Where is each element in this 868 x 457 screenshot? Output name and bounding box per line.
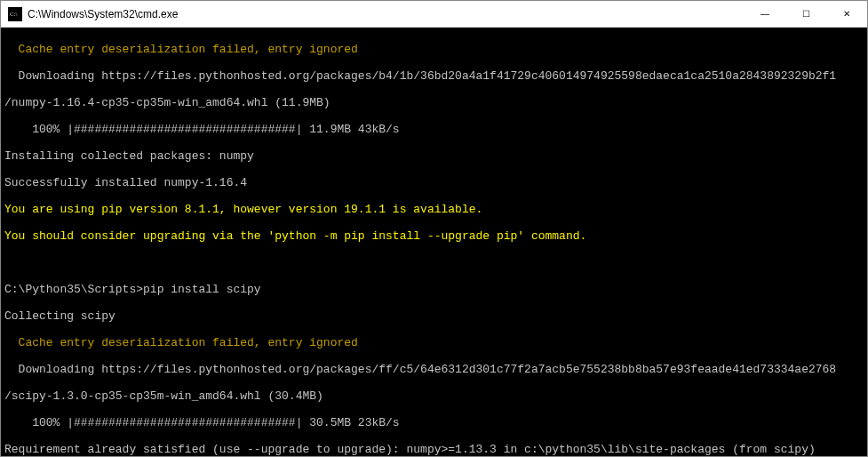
output-line: Installing collected packages: numpy [4, 149, 864, 163]
maximize-icon: ☐ [802, 9, 810, 19]
output-line: 100% |################################| … [4, 123, 864, 136]
output-line: You should consider upgrading via the 'p… [4, 229, 864, 243]
prompt-line: C:\Python35\Scripts>pip install scipy [4, 283, 864, 296]
window-title: C:\Windows\System32\cmd.exe [28, 8, 178, 20]
output-line: Cache entry deserialization failed, entr… [4, 336, 864, 349]
maximize-button[interactable]: ☐ [785, 1, 826, 28]
titlebar[interactable]: C:\ C:\Windows\System32\cmd.exe — ☐ ✕ [1, 1, 867, 28]
output-line: Successfully installed numpy-1.16.4 [4, 176, 864, 189]
terminal-output[interactable]: Cache entry deserialization failed, entr… [1, 28, 867, 456]
output-line: 100% |################################| … [4, 416, 864, 429]
prompt: C:\Python35\Scripts> [4, 283, 143, 296]
output-line: /scipy-1.3.0-cp35-cp35m-win_amd64.whl (3… [4, 389, 864, 403]
output-line: Collecting scipy [4, 309, 864, 323]
svg-text:C:\: C:\ [10, 11, 18, 18]
minimize-icon: — [760, 9, 769, 19]
output-line: Downloading https://files.pythonhosted.o… [4, 363, 864, 376]
command: pip install scipy [143, 283, 261, 296]
blank-line [4, 256, 864, 269]
output-line: /numpy-1.16.4-cp35-cp35m-win_amd64.whl (… [4, 96, 864, 109]
cmd-icon: C:\ [8, 7, 22, 21]
output-line: Downloading https://files.pythonhosted.o… [4, 69, 864, 83]
output-line: Requirement already satisfied (use --upg… [4, 443, 864, 456]
close-icon: ✕ [843, 9, 850, 19]
close-button[interactable]: ✕ [826, 1, 867, 28]
output-line: You are using pip version 8.1.1, however… [4, 203, 864, 216]
output-line: Cache entry deserialization failed, entr… [4, 43, 864, 56]
cmd-window: C:\ C:\Windows\System32\cmd.exe — ☐ ✕ Ca… [0, 0, 868, 457]
minimize-button[interactable]: — [745, 1, 785, 28]
